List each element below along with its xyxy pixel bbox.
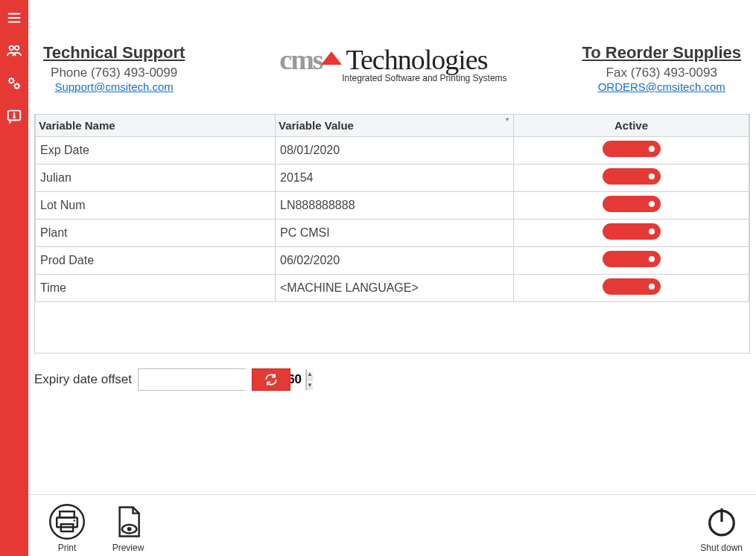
th-variable-name[interactable]: Variable Name [36, 115, 276, 137]
svg-point-7 [50, 505, 84, 539]
cell-variable-value[interactable]: PC CMSI [276, 220, 514, 247]
print-button[interactable]: Print [48, 502, 86, 553]
reorder-fax: Fax (763) 493-0093 [582, 65, 741, 80]
hamburger-icon[interactable] [5, 9, 23, 27]
shutdown-button[interactable]: Shut down [700, 502, 743, 553]
cell-active [514, 137, 749, 164]
offset-spin-down[interactable]: ▼ [307, 380, 313, 391]
offset-row: Expiry date offset ▲ ▼ [28, 354, 756, 397]
refresh-icon [264, 372, 279, 387]
active-toggle[interactable] [603, 141, 661, 157]
cell-variable-name: Julian [36, 164, 276, 192]
cell-active [514, 164, 749, 192]
header-zone: Technical Support Phone (763) 493-0099 S… [28, 0, 756, 114]
main-content: Technical Support Phone (763) 493-0099 S… [28, 0, 756, 556]
active-toggle[interactable] [603, 168, 661, 185]
svg-point-0 [10, 46, 13, 51]
offset-spin-up[interactable]: ▲ [307, 369, 313, 380]
reorder-email-link[interactable]: ORDERS@cmsitech.com [598, 80, 725, 93]
offset-input-wrap: ▲ ▼ [138, 368, 246, 391]
cell-variable-value[interactable]: <MACHINE LANGUAGE> [276, 275, 514, 302]
users-icon[interactable] [5, 42, 23, 60]
preview-label: Preview [112, 543, 144, 553]
offset-divider [305, 368, 306, 391]
offset-label: Expiry date offset [34, 372, 132, 387]
power-icon [702, 502, 741, 541]
cell-variable-value[interactable]: LN888888888 [276, 192, 514, 220]
cell-active [514, 247, 749, 275]
active-toggle[interactable] [603, 196, 661, 212]
cell-variable-name: Time [36, 275, 276, 302]
svg-rect-6 [13, 115, 15, 118]
variables-table-wrap: Variable Name Variable Value Active Exp … [34, 114, 750, 354]
table-row[interactable]: Julian20154 [36, 164, 749, 192]
cell-variable-name: Lot Num [36, 192, 276, 220]
cell-variable-name: Prod Date [36, 247, 276, 275]
print-label: Print [58, 543, 77, 553]
cell-variable-name: Exp Date [36, 137, 276, 164]
reorder-title: To Reorder Supplies [582, 43, 741, 63]
logo-text: cms Technologies [260, 43, 506, 76]
offset-spinner: ▲ ▼ [306, 369, 313, 390]
support-title: Technical Support [43, 43, 185, 63]
th-active[interactable]: Active [514, 115, 749, 137]
settings-icon[interactable] [5, 74, 23, 92]
cell-active [514, 220, 749, 247]
svg-point-5 [13, 112, 15, 114]
preview-button[interactable]: Preview [109, 502, 147, 553]
table-row[interactable]: Time<MACHINE LANGUAGE> [36, 275, 749, 302]
th-variable-value[interactable]: Variable Value [276, 115, 514, 137]
info-icon[interactable] [5, 107, 23, 125]
logo-triangle-icon [321, 51, 342, 65]
svg-point-13 [127, 527, 132, 531]
logo: cms Technologies Integrated Software and… [260, 43, 506, 83]
svg-point-11 [74, 520, 75, 521]
variables-table: Variable Name Variable Value Active Exp … [35, 114, 749, 302]
reorder-block: To Reorder Supplies Fax (763) 493-0093 O… [582, 43, 741, 93]
footer-left: Print Preview [48, 502, 147, 553]
footer-zone: Print Preview Shut down [28, 494, 756, 556]
support-phone: Phone (763) 493-0099 [43, 65, 185, 80]
sidebar [0, 0, 28, 556]
cell-variable-name: Plant [36, 220, 276, 247]
active-toggle[interactable] [603, 223, 661, 240]
preview-icon [109, 502, 147, 541]
cell-variable-value[interactable]: 06/02/2020 [276, 247, 514, 275]
table-row[interactable]: Exp Date08/01/2020 [36, 137, 749, 164]
support-email-link[interactable]: Support@cmsitech.com [54, 80, 173, 93]
table-row[interactable]: PlantPC CMSI [36, 220, 749, 247]
logo-brand-left: cms [279, 44, 322, 75]
table-row[interactable]: Prod Date06/02/2020 [36, 247, 749, 275]
refresh-button[interactable] [252, 368, 290, 391]
active-toggle[interactable] [603, 278, 661, 295]
cell-variable-value[interactable]: 20154 [276, 164, 514, 192]
shutdown-label: Shut down [700, 543, 743, 553]
active-toggle[interactable] [603, 251, 661, 267]
cell-active [514, 192, 749, 220]
logo-brand-right: Technologies [340, 44, 488, 75]
table-row[interactable]: Lot NumLN888888888 [36, 192, 749, 220]
cell-variable-value[interactable]: 08/01/2020 [276, 137, 514, 164]
print-icon [48, 502, 86, 541]
svg-rect-9 [57, 517, 77, 527]
support-block: Technical Support Phone (763) 493-0099 S… [43, 43, 185, 93]
svg-point-1 [15, 46, 19, 51]
cell-active [514, 275, 749, 302]
